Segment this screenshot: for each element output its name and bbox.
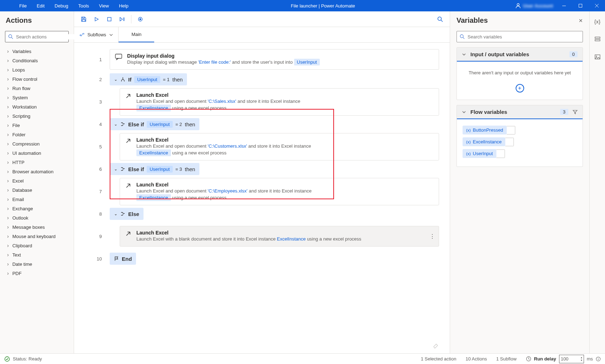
action-group-database[interactable]: Database [1,185,72,195]
flow-var-excelinstance[interactable]: (x)ExcelInstance [463,137,577,146]
close-variables-button[interactable]: ✕ [579,18,583,23]
step-8[interactable]: ⌄ Else [110,205,439,223]
flow-var-userinput[interactable]: (x)UserInput [463,149,577,158]
action-group-variables[interactable]: Variables [1,47,72,56]
spinner-buttons[interactable]: ▴▾ [581,356,582,362]
action-group-file[interactable]: File [1,121,72,130]
action-group-workstation[interactable]: Workstation [1,102,72,111]
designer-area: ∘∕° Subflows Main 1 2 3 4 5 6 7 8 9 10 [74,11,450,353]
action-group-conditionals[interactable]: Conditionals [1,56,72,65]
status-subflow: 1 Subflow [496,356,516,362]
search-variables-box[interactable] [457,31,583,42]
menu-file[interactable]: File [14,0,32,11]
flow-canvas[interactable]: 1 2 3 4 5 6 7 8 9 10 Display input dialo… [74,43,450,353]
actions-title: Actions [0,11,74,28]
step-7[interactable]: Launch Excel Launch Excel and open docum… [110,178,439,205]
more-button[interactable]: ⋮ [429,233,435,240]
toolbar-search-button[interactable] [435,14,445,25]
filter-icon[interactable] [573,110,578,115]
save-button[interactable] [78,14,89,25]
menu-help[interactable]: Help [114,0,134,11]
step-6[interactable]: ⌄ Else if UserInput = 3 then [110,160,439,178]
search-variables-input[interactable] [468,34,580,39]
ui-elements-rail-button[interactable] [592,33,603,45]
eraser-icon[interactable] [433,342,439,348]
launch-icon [125,231,131,237]
action-group-ui-automation[interactable]: UI automation [1,148,72,158]
launch-icon [125,183,131,189]
action-group-message-boxes[interactable]: Message boxes [1,222,72,232]
flow-variables-head[interactable]: Flow variables 3 [457,105,583,119]
status-ok-icon [4,356,10,362]
subflows-dropdown[interactable]: ∘∕° Subflows [74,27,119,42]
step-button[interactable] [117,14,127,25]
action-group-email[interactable]: Email [1,195,72,204]
action-group-compression[interactable]: Compression [1,139,72,148]
collapse-icon[interactable]: ⌄ [114,77,118,82]
close-button[interactable] [589,0,605,11]
step-4[interactable]: ⌄ Else if UserInput = 2 then [110,115,439,133]
action-group-text[interactable]: Text [1,250,72,259]
run-button[interactable] [91,14,102,25]
right-rail: {x} [589,11,605,353]
search-actions-input[interactable] [16,34,76,39]
elseif-op: = 2 [176,122,182,127]
step-1[interactable]: Display input dialog Display input dialo… [110,48,439,70]
step-2[interactable]: ⌄ If UserInput = 1 then [110,70,439,88]
minimize-button[interactable] [556,0,572,11]
step-10[interactable]: End [110,250,439,268]
var-userinput-pill: UserInput [147,121,172,128]
action-group-excel[interactable]: Excel [1,176,72,185]
action-group-browser-automation[interactable]: Browser automation [1,167,72,176]
action-group-clipboard[interactable]: Clipboard [1,241,72,250]
menu-debug[interactable]: Debug [49,0,73,11]
collapse-icon[interactable]: ⌄ [114,122,118,127]
actions-list[interactable]: Variables Conditionals Loops Flow contro… [0,47,74,353]
collapse-icon[interactable]: ⌄ [114,167,118,172]
step-5[interactable]: Launch Excel Launch Excel and open docum… [110,133,439,160]
action-group-date-time[interactable]: Date time [1,259,72,269]
action-group-exchange[interactable]: Exchange [1,204,72,213]
action-group-run-flow[interactable]: Run flow [1,84,72,93]
add-variable-button[interactable]: + [516,84,524,93]
menu-edit[interactable]: Edit [32,0,49,11]
status-bar: Status: Ready 1 Selected action 10 Actio… [0,353,605,364]
flow-var-buttonpressed[interactable]: (x)ButtonPressed [463,126,577,134]
collapse-icon[interactable]: ⌄ [114,211,118,216]
line-gutter: 1 2 3 4 5 6 7 8 9 10 [74,48,110,345]
search-actions-box[interactable] [5,31,69,42]
record-button[interactable] [135,14,146,25]
line-9: 9 [74,223,102,250]
user-section[interactable]: User Account [512,3,556,9]
step-3[interactable]: Launch Excel Launch Excel and open docum… [110,88,439,115]
menu-view[interactable]: View [94,0,114,11]
maximize-button[interactable] [572,0,589,11]
action-group-loops[interactable]: Loops [1,65,72,74]
svg-rect-11 [595,37,600,38]
variables-rail-button[interactable]: {x} [592,16,603,27]
action-group-mouse-keyboard[interactable]: Mouse and keyboard [1,232,72,241]
then-keyword: then [185,166,195,172]
stop-button[interactable] [104,14,115,25]
var-userinput-pill: UserInput [147,166,172,173]
menu-tools[interactable]: Tools [73,0,94,11]
tab-main[interactable]: Main [119,27,154,42]
action-group-flow-control[interactable]: Flow control [1,74,72,84]
action-group-system[interactable]: System [1,93,72,102]
action-group-pdf[interactable]: PDF [1,269,72,278]
branch-icon [120,167,125,172]
action-group-outlook[interactable]: Outlook [1,213,72,222]
subflows-label: Subflows [87,32,106,37]
svg-rect-19 [598,359,598,360]
info-icon[interactable] [596,357,601,362]
action-group-folder[interactable]: Folder [1,130,72,139]
io-variables-head[interactable]: Input / output variables 0 [457,48,583,62]
action-group-scripting[interactable]: Scripting [1,111,72,121]
svg-point-3 [9,35,12,38]
images-rail-button[interactable] [592,51,603,63]
action-group-http[interactable]: HTTP [1,158,72,167]
flow-variables-title: Flow variables [470,109,556,115]
else-keyword: Else [128,211,139,217]
step-9[interactable]: Launch Excel Launch Excel with a blank d… [110,223,439,250]
run-delay-input[interactable]: 100 ▴▾ [559,355,584,363]
